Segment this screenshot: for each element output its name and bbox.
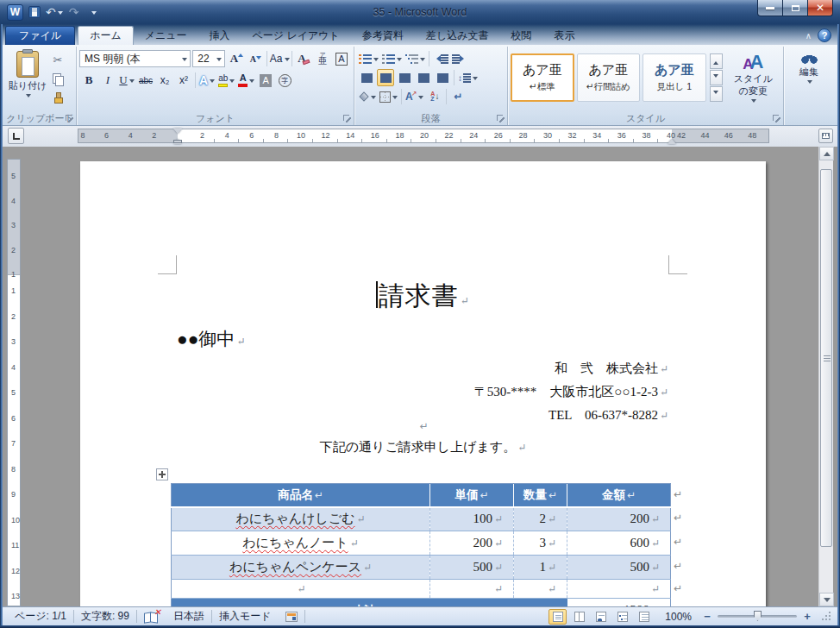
cell-quantity[interactable]: 2↵ (514, 507, 567, 531)
header-product[interactable]: 商品名↵ (172, 484, 430, 507)
cell-quantity[interactable]: 1↵ (514, 556, 567, 580)
change-styles-button[interactable]: AA スタイルの変更 (725, 51, 780, 105)
underline-button[interactable]: U (118, 72, 135, 89)
cell-subtotal-value[interactable]: 1300↵ (567, 599, 671, 607)
tab-menu[interactable]: メニュー (134, 26, 198, 45)
paste-button[interactable]: 貼り付け (7, 48, 48, 110)
asian-layout-button[interactable]: A↗ (404, 88, 424, 105)
styles-scroll-down[interactable] (710, 70, 724, 85)
empty-paragraph[interactable]: ↵ (177, 420, 669, 432)
italic-button[interactable]: I (99, 72, 116, 89)
view-draft-button[interactable] (635, 609, 653, 625)
document-page[interactable]: 請求書↵ ●●御中↵ 和 弐 株式会社↵ 〒530-**** 大阪市北区○○1-… (80, 161, 766, 606)
font-name-combo[interactable]: MS 明朝 (本 (79, 50, 191, 67)
zoom-level-button[interactable]: 100% (665, 611, 692, 623)
scroll-up-button[interactable] (819, 147, 834, 160)
enclose-characters-button[interactable]: 字 (276, 72, 293, 89)
strikethrough-button[interactable]: abc (137, 72, 154, 89)
cut-button[interactable]: ✂ (49, 51, 66, 68)
font-color-button[interactable]: A (237, 72, 255, 89)
increase-indent-button[interactable] (451, 50, 468, 67)
recipient-line[interactable]: ●●御中↵ (177, 327, 245, 351)
scrollbar-thumb[interactable] (820, 169, 832, 547)
shading-button[interactable] (358, 88, 377, 105)
view-fullscreen-reading-button[interactable] (570, 609, 588, 625)
text-effects-button[interactable]: A (198, 72, 216, 89)
line-spacing-button[interactable]: ↕ (457, 69, 479, 86)
sort-button[interactable]: AZ↓ (426, 88, 443, 105)
copy-button[interactable] (49, 70, 66, 87)
doc-title-line[interactable]: 請求書↵ (177, 279, 669, 314)
macro-record-button[interactable] (279, 609, 304, 625)
table-move-handle[interactable] (156, 468, 168, 480)
proofing-status-button[interactable]: ✕ (137, 609, 166, 625)
editing-button[interactable]: 編集 (787, 52, 831, 86)
zoom-in-button[interactable]: + (800, 610, 814, 624)
ruler-toggle-button[interactable] (818, 129, 833, 143)
format-painter-button[interactable] (49, 89, 66, 106)
page-number-indicator[interactable]: ページ: 1/1 (8, 609, 73, 625)
style-heading1[interactable]: あア亜 見出し 1 (643, 53, 706, 102)
cell-product[interactable]: わにちゃんノート↵ (172, 531, 430, 556)
align-center-button[interactable] (377, 69, 394, 86)
header-amount[interactable]: 金額↵ (567, 484, 671, 507)
cell-unit-price[interactable]: ↵ (430, 580, 514, 599)
borders-button[interactable] (379, 88, 398, 105)
header-quantity[interactable]: 数量↵ (514, 484, 567, 507)
resize-grip[interactable] (821, 611, 832, 622)
horizontal-ruler[interactable]: 8642 24681012141618202224262830323436384… (78, 129, 769, 143)
decrease-indent-button[interactable] (432, 50, 449, 67)
minimize-ribbon-icon[interactable]: ∧ (806, 31, 812, 41)
word-count-indicator[interactable]: 文字数: 99 (74, 609, 136, 625)
cell-amount[interactable]: 200↵ (567, 507, 671, 531)
paste-dropdown-arrow[interactable] (26, 94, 31, 100)
bold-button[interactable]: B (80, 72, 97, 89)
align-right-button[interactable] (396, 69, 413, 86)
cell-unit-price[interactable]: 200↵ (430, 531, 514, 556)
subscript-button[interactable]: x₂ (156, 72, 173, 89)
clipboard-dialog-launcher[interactable] (66, 115, 74, 123)
scroll-down-button[interactable] (819, 593, 834, 606)
close-button[interactable]: ✕ (807, 0, 833, 16)
header-unit-price[interactable]: 単価↵ (430, 484, 514, 507)
font-name-dropdown-arrow[interactable] (182, 58, 187, 64)
tab-file[interactable]: ファイル (5, 26, 75, 45)
insert-mode-indicator[interactable]: 挿入モード (212, 609, 279, 625)
zoom-slider[interactable] (718, 615, 797, 618)
cell-amount[interactable]: ↵ (567, 580, 671, 599)
cell-quantity[interactable]: ↵ (514, 580, 567, 599)
cell-quantity[interactable]: 3↵ (514, 531, 567, 556)
sender-block[interactable]: 和 弐 株式会社↵ 〒530-**** 大阪市北区○○1-2-3↵ TEL 06… (474, 357, 668, 427)
show-formatting-marks-button[interactable]: ↵ (449, 88, 467, 105)
font-dialog-launcher[interactable] (343, 115, 352, 123)
tab-view[interactable]: 表示 (542, 26, 586, 45)
highlight-button[interactable]: ab (217, 72, 235, 89)
cell-product[interactable]: ↵ (172, 580, 430, 599)
font-size-dropdown-arrow[interactable] (216, 58, 222, 64)
distribute-button[interactable] (434, 69, 451, 86)
cell-product[interactable]: わにちゃんペンケース↵ (172, 556, 430, 580)
cell-product[interactable]: わにちゃんけしごむ↵ (172, 507, 430, 531)
align-left-button[interactable] (358, 69, 375, 86)
tab-insert[interactable]: 挿入 (198, 26, 241, 45)
style-normal[interactable]: あア亜 ↵標準 (511, 53, 574, 102)
right-indent-marker[interactable] (668, 135, 676, 144)
font-size-combo[interactable]: 22 (192, 50, 225, 67)
invoice-table[interactable]: 商品名↵ 単価↵ 数量↵ 金額↵ わにちゃんけしごむ↵ 100↵ 2↵ 200↵… (171, 483, 671, 606)
cell-amount[interactable]: 600↵ (567, 531, 671, 556)
styles-dialog-launcher[interactable] (773, 115, 781, 123)
style-no-spacing[interactable]: あア亜 ↵行間詰め (577, 53, 641, 102)
language-indicator[interactable]: 日本語 (166, 609, 211, 625)
cell-subtotal-label[interactable]: 小計↵ (172, 599, 567, 607)
help-button[interactable]: ? (818, 28, 831, 42)
change-case-button[interactable]: Aa (270, 50, 289, 67)
cell-unit-price[interactable]: 100↵ (430, 507, 514, 531)
superscript-button[interactable]: x² (175, 72, 192, 89)
zoom-slider-thumb[interactable] (754, 611, 762, 621)
tab-mailings[interactable]: 差し込み文書 (415, 26, 500, 45)
tab-stop-selector[interactable] (8, 128, 24, 144)
left-indent-marker[interactable] (173, 140, 182, 143)
maximize-button[interactable] (782, 0, 808, 16)
minimize-button[interactable] (757, 0, 783, 16)
cell-amount[interactable]: 500↵ (567, 556, 671, 580)
